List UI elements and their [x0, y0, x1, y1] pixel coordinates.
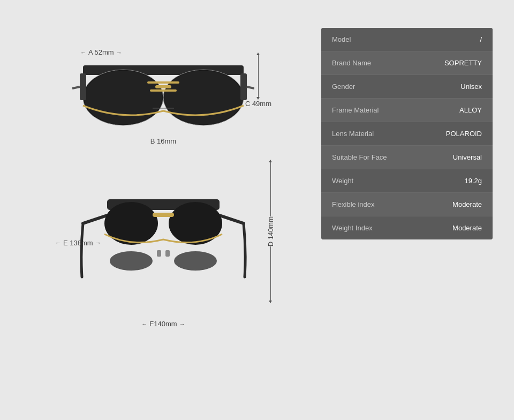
- svg-rect-20: [165, 250, 170, 257]
- svg-rect-6: [147, 81, 179, 84]
- spec-row: Lens MaterialPOLAROID: [321, 122, 493, 146]
- svg-rect-7: [150, 89, 177, 92]
- front-view: ← A 52mm →: [51, 39, 276, 146]
- measurement-e-label: E 138mm: [63, 239, 93, 247]
- spec-row: Model/: [321, 28, 493, 51]
- spec-value: Unisex: [407, 82, 482, 91]
- spec-row: Suitable For FaceUniversal: [321, 146, 493, 169]
- spec-label: Suitable For Face: [332, 153, 407, 161]
- spec-label: Weight: [332, 177, 407, 185]
- diagram-panel: ← A 52mm →: [21, 22, 305, 328]
- spec-row: Frame MaterialALLOY: [321, 99, 493, 122]
- svg-line-14: [220, 215, 244, 223]
- spec-label: Weight Index: [332, 224, 407, 232]
- specs-panel: Model/Brand NameSOPRETTYGenderUnisexFram…: [321, 28, 493, 239]
- spec-value: Moderate: [407, 200, 482, 208]
- spec-value: POLAROID: [407, 130, 482, 138]
- measurement-a-label: A 52mm: [88, 48, 114, 56]
- measurement-f-label: F140mm: [149, 320, 177, 328]
- spec-label: Flexible index: [332, 200, 407, 208]
- spec-label: Lens Material: [332, 130, 407, 138]
- spec-label: Brand Name: [332, 59, 407, 67]
- spec-row: Brand NameSOPRETTY: [321, 51, 493, 75]
- svg-line-13: [83, 215, 107, 223]
- spec-value: SOPRETTY: [407, 59, 482, 67]
- spec-label: Model: [332, 35, 407, 43]
- spec-row: Weight19.2g: [321, 169, 493, 193]
- measurement-b-label: B 16mm: [150, 137, 176, 145]
- svg-rect-5: [155, 85, 171, 88]
- glasses-front-diagram: [72, 52, 254, 132]
- spec-value: Moderate: [407, 224, 482, 232]
- svg-rect-18: [153, 213, 174, 217]
- measurement-d-label: D 140mm: [267, 216, 275, 246]
- main-container: ← A 52mm →: [11, 12, 503, 408]
- svg-rect-8: [80, 73, 86, 100]
- side-view: ← E 138mm → D 140mm ← F140: [51, 156, 276, 328]
- spec-value: /: [407, 35, 482, 43]
- svg-line-10: [72, 87, 80, 88]
- spec-label: Frame Material: [332, 106, 407, 114]
- spec-row: Weight IndexModerate: [321, 216, 493, 239]
- spec-row: Flexible indexModerate: [321, 193, 493, 216]
- svg-point-21: [110, 251, 153, 271]
- glasses-side-diagram: [78, 170, 249, 314]
- svg-point-4: [164, 71, 243, 124]
- spec-value: ALLOY: [407, 106, 482, 114]
- spec-label: Gender: [332, 82, 407, 91]
- svg-point-22: [174, 251, 217, 271]
- spec-row: GenderUnisex: [321, 75, 493, 99]
- svg-point-2: [84, 71, 162, 124]
- measurement-c-label: C 49mm: [245, 100, 271, 108]
- spec-value: Universal: [407, 153, 482, 161]
- svg-rect-19: [157, 250, 161, 257]
- spec-value: 19.2g: [407, 177, 482, 185]
